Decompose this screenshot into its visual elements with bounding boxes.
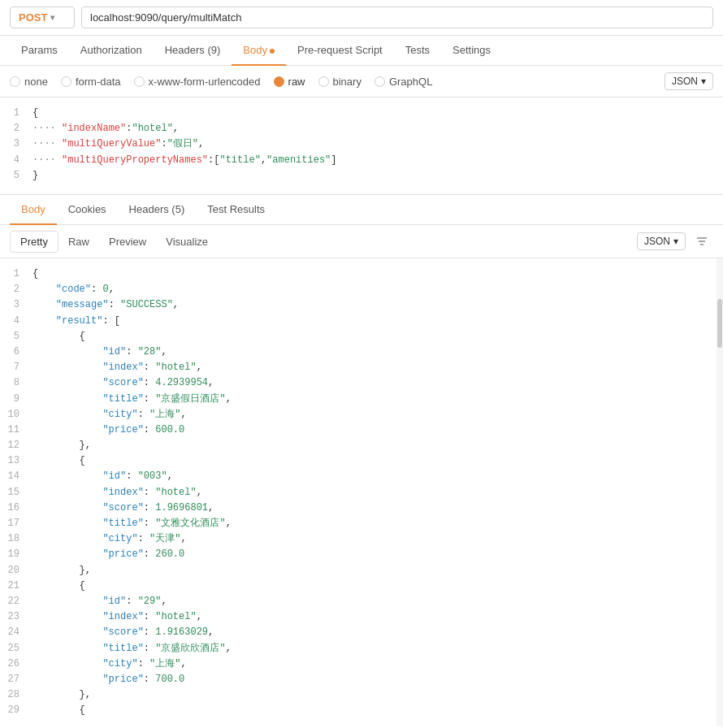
resp-json-chevron-icon: ▾ [673, 236, 678, 247]
tab-pre-request[interactable]: Pre-request Script [286, 36, 394, 66]
option-urlencoded[interactable]: x-www-form-urlencoded [134, 76, 261, 88]
resp-line-24: 24 "score": 1.9163029, [0, 625, 723, 640]
req-line-4: 4 ···· "multiQueryPropertyNames":["title… [0, 153, 723, 168]
filter-icon[interactable] [691, 230, 713, 253]
resp-line-7: 7 "index": "hotel", [0, 360, 723, 375]
resp-json-label: JSON [644, 236, 670, 247]
scrollbar-thumb[interactable] [717, 299, 722, 348]
request-body-editor[interactable]: 1 { 2 ···· "indexName":"hotel", 3 ···· "… [0, 98, 723, 195]
radio-none [10, 76, 20, 87]
resp-line-21: 21 { [0, 578, 723, 594]
option-raw[interactable]: raw [274, 76, 305, 88]
resp-tab-body[interactable]: Body [10, 195, 57, 225]
resp-line-10: 10 "city": "上海", [0, 407, 723, 422]
response-lines: 1{2 "code": 0,3 "message": "SUCCESS",4 "… [0, 266, 723, 718]
resp-line-12: 12 }, [0, 438, 723, 453]
method-dropdown[interactable]: POST ▾ [10, 6, 75, 28]
resp-line-18: 18 "city": "天津", [0, 531, 723, 547]
resp-pretty-btn[interactable]: Pretty [10, 231, 58, 253]
req-line-2: 2 ···· "indexName":"hotel", [0, 121, 723, 136]
resp-line-8: 8 "score": 4.2939954, [0, 375, 723, 391]
option-none[interactable]: none [10, 76, 48, 88]
json-dropdown-chevron-icon: ▾ [701, 76, 706, 87]
radio-binary [318, 76, 329, 87]
resp-visualize-btn[interactable]: Visualize [156, 232, 218, 252]
resp-line-11: 11 "price": 600.0 [0, 422, 723, 438]
option-form-data[interactable]: form-data [61, 76, 121, 88]
tab-tests[interactable]: Tests [394, 36, 441, 66]
resp-line-1: 1{ [0, 266, 723, 282]
option-binary[interactable]: binary [318, 76, 362, 88]
resp-raw-btn[interactable]: Raw [58, 232, 99, 252]
radio-raw [274, 76, 284, 87]
resp-line-13: 13 { [0, 453, 723, 469]
resp-line-4: 4 "result": [ [0, 314, 723, 329]
radio-urlencoded [134, 76, 145, 87]
tab-authorization[interactable]: Authorization [69, 36, 154, 66]
url-bar: POST ▾ [0, 0, 723, 36]
resp-tab-headers[interactable]: Headers (5) [118, 195, 197, 225]
req-line-3: 3 ···· "multiQueryValue":"假日", [0, 136, 723, 152]
resp-line-14: 14 "id": "003", [0, 469, 723, 484]
body-options-row: none form-data x-www-form-urlencoded raw… [0, 66, 723, 98]
option-graphql[interactable]: GraphQL [374, 76, 432, 88]
resp-line-6: 6 "id": "28", [0, 344, 723, 360]
resp-preview-btn[interactable]: Preview [99, 232, 156, 252]
resp-line-22: 22 "id": "29", [0, 594, 723, 609]
resp-line-3: 3 "message": "SUCCESS", [0, 297, 723, 313]
method-chevron-icon: ▾ [50, 13, 54, 22]
resp-line-16: 16 "score": 1.9696801, [0, 500, 723, 516]
tab-settings[interactable]: Settings [441, 36, 502, 66]
resp-line-19: 19 "price": 260.0 [0, 547, 723, 562]
resp-line-9: 9 "title": "京盛假日酒店", [0, 392, 723, 407]
radio-form-data [61, 76, 71, 87]
resp-line-20: 20 }, [0, 563, 723, 578]
resp-line-27: 27 "price": 700.0 [0, 672, 723, 687]
resp-line-15: 15 "index": "hotel", [0, 485, 723, 500]
json-type-label: JSON [672, 76, 698, 87]
json-type-dropdown[interactable]: JSON ▾ [665, 72, 713, 90]
resp-tab-test-results[interactable]: Test Results [196, 195, 276, 225]
resp-line-17: 17 "title": "文雅文化酒店", [0, 516, 723, 531]
req-line-1: 1 { [0, 106, 723, 121]
resp-tab-cookies[interactable]: Cookies [57, 195, 118, 225]
resp-line-5: 5 { [0, 329, 723, 344]
response-body-content: 1{2 "code": 0,3 "message": "SUCCESS",4 "… [0, 258, 723, 726]
response-options-row: Pretty Raw Preview Visualize JSON ▾ [0, 225, 723, 258]
response-tabs: Body Cookies Headers (5) Test Results [0, 195, 723, 225]
resp-json-dropdown[interactable]: JSON ▾ [637, 232, 686, 250]
scrollbar-track[interactable] [717, 258, 723, 726]
resp-line-29: 29 { [0, 703, 723, 718]
tab-body[interactable]: Body [232, 36, 286, 66]
resp-line-28: 28 }, [0, 687, 723, 703]
url-input[interactable] [81, 6, 713, 28]
response-section: Body Cookies Headers (5) Test Results Pr… [0, 195, 723, 726]
resp-line-25: 25 "title": "京盛欣欣酒店", [0, 641, 723, 656]
resp-line-23: 23 "index": "hotel", [0, 609, 723, 625]
request-tabs: Params Authorization Headers (9) Body Pr… [0, 36, 723, 66]
tab-params[interactable]: Params [10, 36, 69, 66]
tab-headers[interactable]: Headers (9) [154, 36, 232, 66]
req-line-5: 5 } [0, 168, 723, 184]
resp-line-2: 2 "code": 0, [0, 282, 723, 297]
body-dot [270, 49, 275, 54]
radio-graphql [374, 76, 385, 87]
resp-line-26: 26 "city": "上海", [0, 656, 723, 672]
method-label: POST [19, 11, 47, 24]
